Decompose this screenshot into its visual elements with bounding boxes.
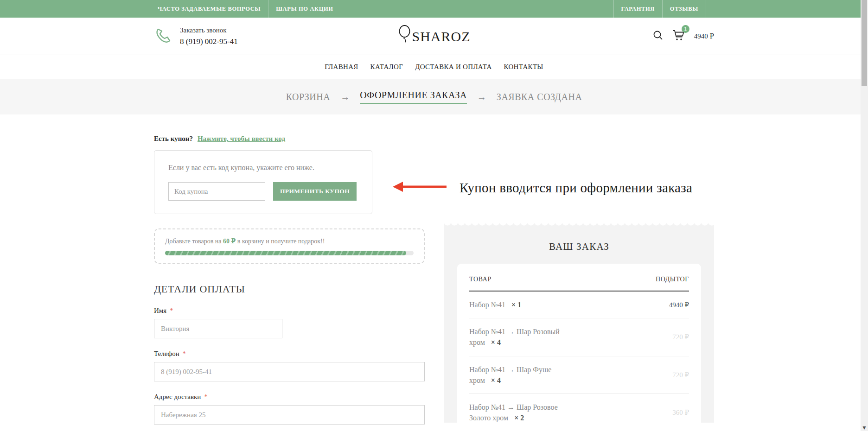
field-label: Адрес доставки * [154,393,425,401]
page-scrollbar[interactable]: ▼ [861,0,868,431]
coupon-question-row: Есть купон? Нажмите, чтобы ввести код [154,135,714,143]
field-label: Телефон * [154,350,425,358]
red-arrow-icon [392,180,448,196]
coupon-question-label: Есть купон? [154,135,193,143]
gift-progress-track [165,251,414,255]
order-summary-panel: ВАШ ЗАКАЗ ТОВАР ПОДЫТОГ Набор №41 × 1494… [444,223,714,423]
order-item-price: 4940 ₽ [669,301,689,309]
checkout-step[interactable]: ЗАЯВКА СОЗДАНА [497,92,582,102]
text-input[interactable] [154,405,425,425]
gift-progress-fill [165,251,406,255]
checkout-step: ОФОРМЛЕНИЕ ЗАКАЗА [360,90,467,104]
order-col-product: ТОВАР [469,276,491,283]
topbar-left-menu: ЧАСТО ЗАДАВАЕМЫЕ ВОПРОСЫШАРЫ ПО АКЦИИ [150,0,341,18]
topbar-item[interactable]: ЧАСТО ЗАДАВАЕМЫЕ ВОПРОСЫ [150,0,268,18]
nav-item[interactable]: ГЛАВНАЯ [325,63,358,71]
order-item-name: Набор №41 × 1 [469,299,562,310]
order-item-qty: × 1 [510,301,521,309]
callback-block[interactable]: Заказать звонок 8 (919) 002-95-41 [154,25,238,47]
order-item-row: Набор №41 → Шар Розовый хром × 4720 ₽ [469,318,689,356]
text-input[interactable] [154,319,282,338]
phone-number[interactable]: 8 (919) 002-95-41 [180,36,238,48]
checkout-step[interactable]: КОРЗИНА [286,92,331,102]
topbar-item[interactable]: ШАРЫ ПО АКЦИИ [268,0,341,18]
gift-amount: 60 ₽ [223,238,236,245]
required-asterisk: * [168,307,173,314]
order-item-row: Набор №41 × 14940 ₽ [469,292,689,318]
balloon-icon [397,25,412,48]
nav-item[interactable]: КАТАЛОГ [370,63,403,71]
header: Заказать звонок 8 (919) 002-95-41 SHAROZ [0,18,868,55]
coupon-annotation: Купон вводится при оформлении заказа [392,180,692,196]
topbar-item[interactable]: ГАРАНТИЯ [613,0,662,18]
gift-text: Добавьте товаров на 60 ₽ в корзину и пол… [165,237,414,245]
scrollbar-down-arrow[interactable]: ▼ [861,425,868,430]
receipt-scallop-edge [444,223,714,229]
order-item-name: Набор №41 → Шар Фуше хром × 4 [469,364,562,386]
breadcrumb-arrow-icon: → [477,92,486,102]
order-table-header: ТОВАР ПОДЫТОГ [469,276,689,292]
gift-progress-banner: Добавьте товаров на 60 ₽ в корзину и пол… [154,228,425,264]
cart-total[interactable]: 4940 ₽ [694,32,714,40]
order-item-qty: × 2 [512,414,524,422]
breadcrumb-arrow-icon: → [340,92,350,102]
coupon-form: Если у вас есть код купона, укажите его … [154,150,372,214]
scrollbar-thumb[interactable] [862,0,867,86]
coupon-row: Если у вас есть код купона, укажите его … [154,150,714,214]
search-icon[interactable] [652,30,664,43]
logo[interactable]: SHAROZ [397,25,470,48]
order-col-subtotal: ПОДЫТОГ [656,276,689,283]
phone-icon [154,26,172,46]
order-item-price: 360 ₽ [672,408,689,417]
text-input[interactable] [154,362,425,381]
order-item-row: Набор №41 → Шар Фуше хром × 4720 ₽ [469,356,689,394]
checkout-steps: КОРЗИНА→ОФОРМЛЕНИЕ ЗАКАЗА→ЗАЯВКА СОЗДАНА [0,79,868,114]
cart-count-badge: 1 [682,25,689,33]
callback-label[interactable]: Заказать звонок [180,25,238,36]
billing-form: Имя *Телефон *Адрес доставки * [154,307,425,425]
order-item-price: 720 ₽ [672,333,689,341]
nav-item[interactable]: ДОСТАВКА И ОПЛАТА [415,63,491,71]
form-field: Телефон * [154,350,425,381]
coupon-hint: Если у вас есть код купона, укажите его … [168,164,358,172]
main-content: Есть купон? Нажмите, чтобы ввести код Ес… [154,114,714,425]
checkout-left-column: Добавьте товаров на 60 ₽ в корзину и пол… [154,223,425,425]
order-item-qty: × 4 [489,338,501,346]
form-field: Адрес доставки * [154,393,425,425]
billing-title: ДЕТАЛИ ОПЛАТЫ [154,283,425,295]
main-nav: ГЛАВНАЯКАТАЛОГДОСТАВКА И ОПЛАТАКОНТАКТЫ [0,55,868,79]
topbar-item[interactable]: ОТЗЫВЫ [662,0,706,18]
order-rows: Набор №41 × 14940 ₽Набор №41 → Шар Розов… [469,292,689,423]
annotation-text: Купон вводится при оформлении заказа [460,180,692,196]
order-item-price: 720 ₽ [672,371,689,379]
field-label: Имя * [154,307,425,315]
required-asterisk: * [202,393,207,400]
nav-item[interactable]: КОНТАКТЫ [504,63,543,71]
topbar-right-menu: ГАРАНТИЯОТЗЫВЫ [613,0,706,18]
coupon-toggle-link[interactable]: Нажмите, чтобы ввести код [198,135,285,143]
topbar: ЧАСТО ЗАДАВАЕМЫЕ ВОПРОСЫШАРЫ ПО АКЦИИ ГА… [0,0,868,18]
apply-coupon-button[interactable]: ПРИМЕНИТЬ КУПОН [273,182,357,201]
order-title: ВАШ ЗАКАЗ [444,241,714,253]
cart-icon[interactable]: 1 [672,29,686,43]
order-item-qty: × 4 [489,376,501,384]
required-asterisk: * [181,350,186,357]
coupon-code-input[interactable] [168,182,265,201]
order-card: ТОВАР ПОДЫТОГ Набор №41 × 14940 ₽Набор №… [457,264,701,423]
logo-text: SHAROZ [412,28,470,44]
form-field: Имя * [154,307,425,338]
order-item-row: Набор №41 → Шар Розовое Золото хром × 23… [469,394,689,423]
order-item-name: Набор №41 → Шар Розовый хром × 4 [469,326,562,348]
order-item-name: Набор №41 → Шар Розовое Золото хром × 2 [469,402,562,423]
